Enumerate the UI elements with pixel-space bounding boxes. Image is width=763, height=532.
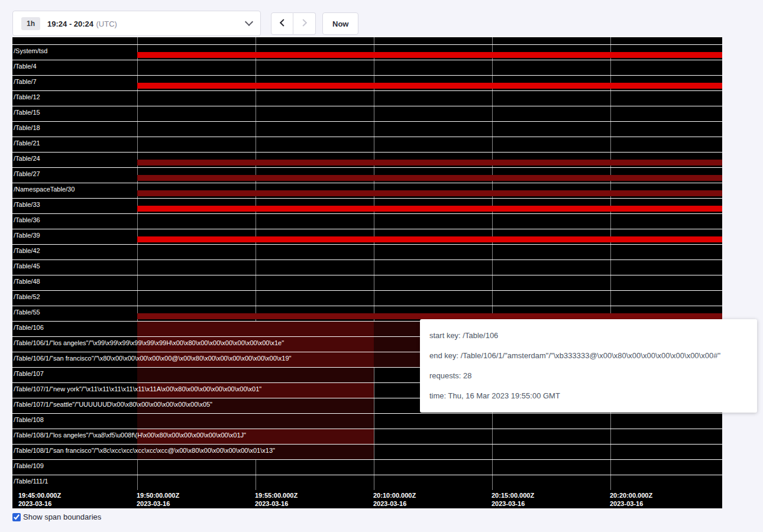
chevron-right-icon (300, 18, 309, 29)
x-axis-tick: 19:45:00.000Z2023-03-16 (18, 491, 61, 508)
key-span-row[interactable]: /Table/21 (12, 137, 722, 152)
span-label: /Table/15 (14, 109, 40, 116)
span-label: /Table/27 (14, 170, 40, 177)
time-range-label: 19:24 - 20:24 (UTC) (47, 18, 117, 29)
x-axis-tick: 20:10:00.000Z2023-03-16 (373, 491, 416, 508)
chevron-left-icon (278, 18, 287, 29)
key-visualizer-chart[interactable]: /System/tsd/Table/4/Table/7/Table/12/Tab… (12, 37, 722, 508)
span-label: /NamespaceTable/30 (14, 186, 75, 193)
top-spacer-row (12, 37, 722, 44)
time-range-selector[interactable]: 1h 19:24 - 20:24 (UTC) (12, 11, 261, 36)
span-label: /System/tsd (14, 47, 47, 54)
span-label: /Table/4 (14, 63, 37, 70)
time-nav-buttons (271, 12, 316, 35)
span-label: /Table/42 (14, 247, 40, 254)
key-span-row[interactable]: /Table/36 (12, 213, 722, 229)
key-span-row[interactable]: /NamespaceTable/30 (12, 183, 722, 198)
span-label: /Table/18 (14, 124, 40, 131)
key-span-row[interactable]: /Table/45 (12, 259, 722, 275)
span-rows: /System/tsd/Table/4/Table/7/Table/12/Tab… (12, 37, 722, 490)
span-label: /Table/48 (14, 278, 40, 285)
key-span-row[interactable]: /Table/18 (12, 121, 722, 137)
duration-badge: 1h (21, 17, 40, 30)
hot-span-band[interactable] (137, 52, 722, 58)
show-span-boundaries-label: Show span boundaries (23, 512, 101, 521)
tooltip-requests: requests: 28 (429, 371, 748, 381)
x-axis-tick: 19:55:00.000Z2023-03-16 (255, 491, 298, 508)
key-span-row[interactable]: /Table/108/1/"los angeles"/"\xa8\xf5\u00… (12, 429, 722, 444)
hot-span-band[interactable] (137, 236, 722, 242)
key-span-row[interactable]: /Table/7 (12, 75, 722, 90)
heat-cell[interactable] (137, 322, 374, 336)
gridline (374, 37, 374, 490)
span-label: /Table/107 (14, 370, 44, 377)
span-label: /Table/106 (14, 324, 44, 331)
next-time-button[interactable] (293, 12, 316, 35)
x-axis: 19:45:00.000Z2023-03-1619:50:00.000Z2023… (12, 490, 722, 508)
span-label: /Table/36 (14, 216, 40, 223)
span-label: /Table/12 (14, 93, 40, 100)
span-label: /Table/106/1/"san francisco"/"\x80\x00\x… (14, 355, 292, 362)
hot-span-band[interactable] (137, 206, 722, 212)
hot-span-band[interactable] (137, 190, 722, 196)
key-span-row[interactable]: /Table/24 (12, 152, 722, 167)
x-axis-tick: 19:50:00.000Z2023-03-16 (137, 491, 179, 508)
span-label: /Table/39 (14, 232, 40, 239)
key-span-row[interactable]: /Table/109 (12, 459, 722, 475)
gridline (610, 37, 611, 490)
hot-span-band[interactable] (137, 313, 722, 319)
span-label: /Table/24 (14, 155, 40, 162)
hover-tooltip: start key: /Table/106 end key: /Table/10… (420, 319, 757, 413)
span-label: /Table/21 (14, 140, 40, 147)
chevron-down-icon (245, 18, 253, 26)
hot-span-band[interactable] (137, 83, 722, 89)
key-span-row[interactable]: /Table/27 (12, 167, 722, 183)
key-span-row[interactable]: /System/tsd (12, 44, 722, 60)
key-span-row[interactable]: /Table/33 (12, 198, 722, 213)
tooltip-end-key: end key: /Table/106/1/"amsterdam"/"\xb33… (429, 351, 748, 361)
heat-cell[interactable] (137, 414, 374, 429)
now-button[interactable]: Now (322, 12, 358, 35)
time-range-timezone: (UTC) (96, 20, 117, 28)
hot-span-band[interactable] (137, 160, 722, 166)
key-span-row[interactable]: /Table/4 (12, 60, 722, 75)
x-axis-tick: 20:15:00.000Z2023-03-16 (492, 491, 534, 508)
span-label: /Table/108/1/"los angeles"/"\xa8\xf5\u00… (14, 432, 246, 439)
prev-time-button[interactable] (271, 12, 293, 35)
tooltip-time: time: Thu, 16 Mar 2023 19:55:00 GMT (429, 391, 748, 401)
key-span-row[interactable]: /Table/39 (12, 229, 722, 244)
span-label: /Table/111/1 (14, 478, 48, 485)
span-label: /Table/108 (14, 416, 44, 423)
hot-span-band[interactable] (137, 175, 722, 181)
heat-cell[interactable] (137, 368, 374, 382)
span-label: /Table/108/1/"san francisco"/"\x8c\xcc\x… (14, 447, 275, 454)
span-label: /Table/107/1/"new york"/"\x11\x11\x11\x1… (14, 385, 261, 392)
span-label: /Table/106/1/"los angeles"/"\x99\x99\x99… (14, 339, 284, 346)
span-label: /Table/109 (14, 462, 44, 469)
span-label: /Table/7 (14, 78, 37, 85)
x-axis-tick: 20:20:00.000Z2023-03-16 (610, 491, 652, 508)
time-range-value: 19:24 - 20:24 (47, 20, 93, 28)
show-span-boundaries-checkbox[interactable] (12, 513, 21, 521)
footer-controls: Show span boundaries (12, 512, 101, 521)
tooltip-start-key: start key: /Table/106 (429, 331, 748, 340)
key-span-row[interactable]: /Table/42 (12, 244, 722, 259)
key-span-row[interactable]: /Table/52 (12, 290, 722, 306)
key-span-row[interactable]: /Table/15 (12, 106, 722, 121)
key-span-row[interactable]: /Table/48 (12, 275, 722, 290)
span-label: /Table/107/1/"seattle"/"UUUUUUD\x00\x80\… (14, 401, 212, 408)
gridline (492, 37, 493, 490)
span-label: /Table/33 (14, 201, 40, 208)
span-label: /Table/45 (14, 262, 40, 270)
span-label: /Table/52 (14, 293, 40, 300)
span-label: /Table/55 (14, 309, 40, 316)
key-span-row[interactable]: /Table/108/1/"san francisco"/"\x8c\xcc\x… (12, 444, 722, 459)
key-span-row[interactable]: /Table/111/1 (12, 475, 722, 490)
key-span-row[interactable]: /Table/108 (12, 413, 722, 429)
key-span-row[interactable]: /Table/12 (12, 90, 722, 106)
